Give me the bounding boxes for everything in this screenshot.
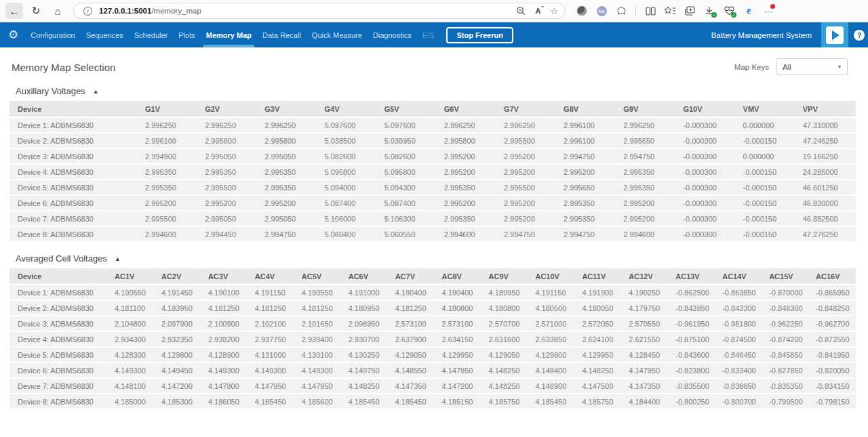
nav-item-scheduler[interactable]: Scheduler <box>129 22 174 47</box>
value-cell: 4.149300 <box>108 362 155 378</box>
value-cell: 5.038950 <box>378 133 437 148</box>
value-cell: 2.995350 <box>198 164 258 180</box>
extension2-icon[interactable] <box>616 5 627 16</box>
value-cell: 2.995800 <box>437 133 497 148</box>
nav-item-sequences[interactable]: Sequences <box>81 22 129 47</box>
address-bar[interactable]: i 127.0.0.1:5001/memory_map A ☆ <box>73 3 566 19</box>
value-cell: 4.185600 <box>295 394 342 409</box>
section-title: Auxiliary Voltages <box>16 86 85 96</box>
browser-essentials-icon[interactable]: ✓ <box>724 5 734 16</box>
settings-gear-icon[interactable]: ⚙ <box>0 22 25 47</box>
value-cell: 4.130100 <box>295 347 342 362</box>
value-cell: 2.996250 <box>198 117 258 133</box>
value-cell: 2.994750 <box>557 226 616 242</box>
table-row: Device 1: ADBMS68302.9962502.9962502.996… <box>9 117 856 133</box>
url-host: 127.0.0.1:5001 <box>99 7 151 15</box>
value-cell: 4.147950 <box>622 362 669 378</box>
split-screen-icon[interactable] <box>645 5 656 16</box>
value-cell: -0.000150 <box>736 195 796 211</box>
nav-item-memory-map[interactable]: Memory Map <box>201 22 257 47</box>
value-cell: 2.995200 <box>616 211 676 226</box>
value-cell: 2.995350 <box>557 211 616 226</box>
value-cell: 46.852500 <box>796 211 856 226</box>
nav-item-diagnostics[interactable]: Diagnostics <box>368 22 417 47</box>
browser-refresh-button[interactable]: ↻ <box>27 3 45 19</box>
read-aloud-icon[interactable]: A <box>535 7 540 15</box>
averaged-cell-voltages-header[interactable]: Averaged Cell Voltages ▲ <box>9 253 856 268</box>
value-cell: 4.179750 <box>622 300 669 316</box>
essentials-check-badge: ✓ <box>731 12 736 18</box>
value-cell: 2.097900 <box>155 316 201 331</box>
value-cell: 4.128900 <box>201 347 248 362</box>
device-cell: Device 5: ADBMS6830 <box>9 347 108 362</box>
value-cell: 4.149300 <box>248 362 295 378</box>
nav-item-plots[interactable]: Plots <box>173 22 200 47</box>
column-header-g5v: G5V <box>378 101 437 117</box>
zoom-out-icon[interactable] <box>516 6 526 16</box>
device-cell: Device 8: ADBMS6830 <box>9 394 108 409</box>
map-keys-label: Map Keys <box>734 63 769 71</box>
value-cell: 24.285000 <box>796 164 856 180</box>
value-cell: 4.149300 <box>201 362 248 378</box>
value-cell: 2.995200 <box>497 211 557 226</box>
profile-badge-icon[interactable]: me <box>596 5 607 16</box>
downloads-icon[interactable]: ✓ <box>704 5 715 16</box>
value-cell: -0.833400 <box>715 362 762 378</box>
value-cell: 2.995200 <box>497 164 557 180</box>
collapse-triangle-icon[interactable]: ▲ <box>115 255 121 262</box>
favorite-star-icon[interactable]: ☆ <box>550 6 558 16</box>
nav-item-data-recall[interactable]: Data Recall <box>257 22 307 47</box>
collections-icon[interactable] <box>684 5 695 16</box>
table-row: Device 5: ADBMS68304.1283004.1298004.128… <box>9 347 856 362</box>
stop-freerun-button[interactable]: Stop Freerun <box>446 27 513 43</box>
device-cell: Device 3: ADBMS6830 <box>9 148 138 164</box>
table-row: Device 4: ADBMS68302.9343002.9323502.938… <box>9 331 856 347</box>
value-cell: 4.147950 <box>435 362 482 378</box>
favorites-bar-icon[interactable] <box>665 5 675 16</box>
browser-back-button[interactable]: ← <box>5 3 23 19</box>
value-cell: 4.180500 <box>528 300 575 316</box>
value-cell: 5.097600 <box>378 117 437 133</box>
device-cell: Device 4: ADBMS6830 <box>9 331 108 347</box>
value-cell: 4.131000 <box>248 347 295 362</box>
value-cell: 19.166250 <box>796 148 856 164</box>
value-cell: 4.180800 <box>482 300 529 316</box>
column-header-ac8v: AC8V <box>435 268 482 285</box>
value-cell: 47.246250 <box>796 133 856 148</box>
extension-icon[interactable] <box>576 5 587 16</box>
table-row: Device 4: ADBMS68302.9953502.9953502.995… <box>9 164 856 180</box>
value-cell: 5.038500 <box>317 133 377 148</box>
map-keys-dropdown[interactable]: All ▾ <box>776 58 848 75</box>
value-cell: 2.637900 <box>389 331 435 347</box>
nav-item-configuration[interactable]: Configuration <box>25 22 80 47</box>
browser-toolbar: ← ↻ ⌂ i 127.0.0.1:5001/memory_map A ☆ me <box>0 0 868 22</box>
help-button[interactable]: ? <box>848 22 868 47</box>
auxiliary-voltages-header[interactable]: Auxiliary Voltages ▲ <box>9 86 856 101</box>
ie-mode-icon[interactable]: e <box>743 5 754 16</box>
chevron-down-icon: ▾ <box>838 64 841 70</box>
more-menu-icon[interactable]: ··· <box>763 5 774 16</box>
value-cell: 5.106300 <box>378 211 437 226</box>
run-button[interactable] <box>821 22 848 47</box>
value-cell: 4.148250 <box>482 378 529 394</box>
column-header-g6v: G6V <box>437 101 497 117</box>
value-cell: 0.000000 <box>736 117 796 133</box>
value-cell: 2.624100 <box>575 331 622 347</box>
column-header-g3v: G3V <box>258 101 317 117</box>
site-info-icon[interactable]: i <box>83 7 92 16</box>
value-cell: 4.129800 <box>528 347 575 362</box>
toolbar-divider <box>635 5 636 16</box>
value-cell: 4.147350 <box>389 378 435 394</box>
collapse-triangle-icon[interactable]: ▲ <box>93 88 99 95</box>
column-header-g1v: G1V <box>138 101 198 117</box>
value-cell: -0.874200 <box>762 331 809 347</box>
browser-home-button[interactable]: ⌂ <box>49 3 66 19</box>
nav-item-quick-measure[interactable]: Quick Measure <box>307 22 368 47</box>
table-row: Device 3: ADBMS68302.1048002.0979002.100… <box>9 316 856 331</box>
map-keys-value: All <box>783 63 791 71</box>
value-cell: 5.060400 <box>317 226 377 242</box>
value-cell: -0.000300 <box>676 226 736 242</box>
value-cell: -0.000150 <box>736 133 796 148</box>
value-cell: 4.190250 <box>622 285 669 300</box>
value-cell: 4.191000 <box>342 285 389 300</box>
